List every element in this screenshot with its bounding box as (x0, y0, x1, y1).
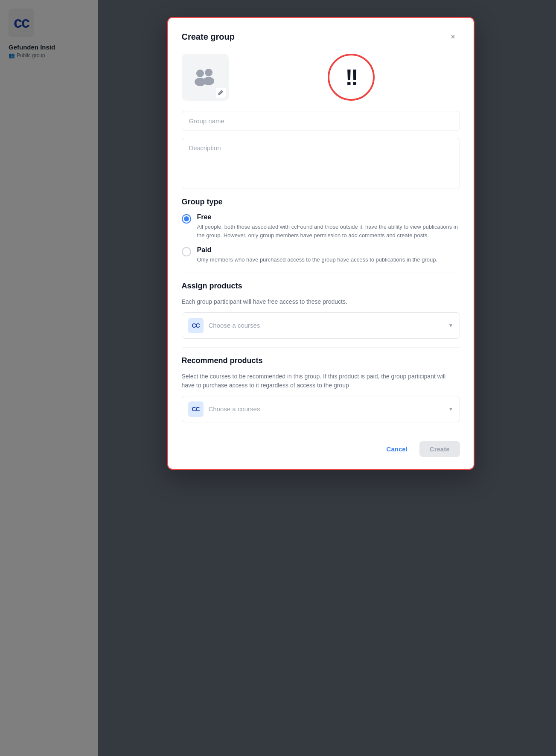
radio-paid-desc: Only members who have purchased access t… (197, 256, 438, 264)
assign-cc-logo: CC (188, 318, 204, 333)
top-section: !! (182, 54, 460, 101)
group-type-section: Group type Free All people, both those a… (182, 198, 460, 264)
svg-point-2 (205, 69, 213, 76)
modal-header: Create group × (182, 30, 460, 44)
svg-point-3 (203, 77, 214, 85)
radio-free[interactable] (182, 214, 191, 224)
people-icon (192, 67, 218, 88)
divider-1 (182, 273, 460, 273)
modal-wrapper: Create group × (94, 17, 547, 747)
radio-free-desc: All people, both those associated with c… (197, 223, 460, 239)
cancel-button[interactable]: Cancel (380, 441, 414, 457)
edit-icon (218, 90, 224, 96)
assign-courses-placeholder: Choose a courses (209, 322, 443, 329)
svg-point-0 (196, 70, 204, 77)
recommend-products-title: Recommend products (182, 356, 460, 365)
group-name-input[interactable] (182, 111, 460, 131)
radio-option-free[interactable]: Free All people, both those associated w… (182, 213, 460, 239)
modal-footer: Cancel Create (182, 434, 460, 457)
modal-title: Create group (182, 32, 235, 42)
assign-products-section: Assign products Each group participant w… (182, 282, 460, 339)
create-button[interactable]: Create (419, 441, 460, 457)
assign-dropdown-arrow: ▼ (448, 323, 454, 329)
radio-free-content: Free All people, both those associated w… (197, 213, 460, 239)
recommend-products-desc: Select the courses to be recommended in … (182, 372, 460, 390)
assign-products-title: Assign products (182, 282, 460, 291)
group-type-title: Group type (182, 198, 460, 206)
recommend-products-section: Recommend products Select the courses to… (182, 356, 460, 422)
alert-symbol: !! (345, 66, 357, 88)
description-field (182, 138, 460, 191)
group-avatar (182, 54, 229, 101)
radio-paid-label: Paid (197, 246, 438, 254)
recommend-courses-dropdown[interactable]: CC Choose a courses ▼ (182, 396, 460, 422)
radio-paid[interactable] (182, 247, 191, 256)
assign-products-desc: Each group participant will have free ac… (182, 297, 460, 306)
create-group-modal: Create group × (167, 17, 474, 470)
cc-logo-text: CC (192, 322, 199, 329)
edit-avatar-button[interactable] (215, 87, 226, 98)
recommend-cc-logo: CC (188, 401, 204, 417)
description-input[interactable] (182, 138, 460, 189)
group-name-field (182, 111, 460, 131)
recommend-courses-placeholder: Choose a courses (209, 405, 443, 413)
recommend-cc-logo-text: CC (192, 406, 199, 413)
radio-free-label: Free (197, 213, 460, 221)
alert-icon: !! (328, 54, 375, 101)
divider-2 (182, 347, 460, 348)
recommend-dropdown-arrow: ▼ (448, 406, 454, 412)
assign-courses-dropdown[interactable]: CC Choose a courses ▼ (182, 312, 460, 339)
close-button[interactable]: × (446, 30, 460, 44)
radio-paid-content: Paid Only members who have purchased acc… (197, 246, 438, 264)
radio-option-paid[interactable]: Paid Only members who have purchased acc… (182, 246, 460, 264)
